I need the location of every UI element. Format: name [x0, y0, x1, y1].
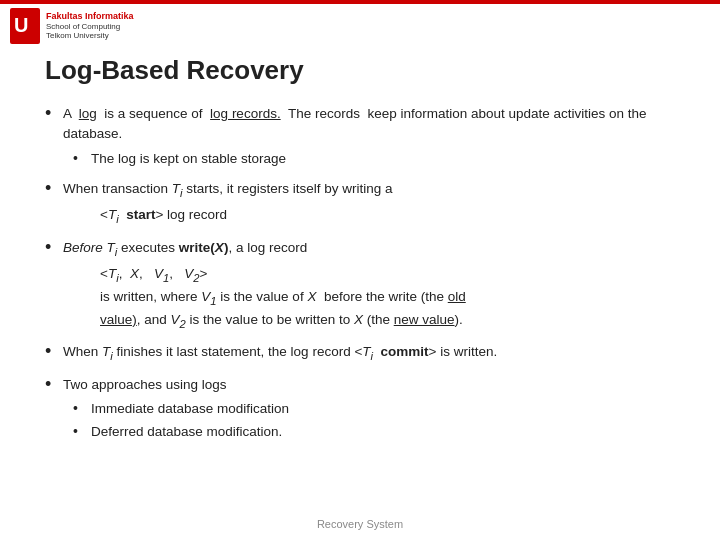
indent-line3: value), and V2 is the value to be writte…: [100, 310, 690, 333]
bullet-sub-dot-5-2: •: [73, 422, 83, 440]
header: U Fakultas Informatika School of Computi…: [10, 8, 134, 44]
logo-telkom: Telkom University: [46, 31, 134, 41]
bullet-main-5: • Two approaches using logs: [45, 375, 690, 395]
bullet-sub-text-1-1: The log is kept on stable storage: [91, 149, 286, 169]
logo-fakultas: Fakultas Informatika: [46, 11, 134, 22]
svg-text:U: U: [14, 14, 28, 36]
bullet-sub-dot-1-1: •: [73, 149, 83, 167]
logo-text: Fakultas Informatika School of Computing…: [46, 11, 134, 41]
bullet-main-1: • A log is a sequence of log records. Th…: [45, 104, 690, 145]
indent-line1: <Ti, X, V1, V2>: [100, 264, 690, 287]
logo-icon: U: [10, 8, 40, 44]
footer-text: Recovery System: [0, 518, 720, 530]
bullet-text-1: A log is a sequence of log records. The …: [63, 104, 690, 145]
bullet-section-5: • Two approaches using logs • Immediate …: [45, 375, 690, 443]
main-content: Log-Based Recovery • A log is a sequence…: [45, 55, 690, 510]
red-bar: [0, 0, 720, 4]
bullet-text-4: When Ti finishes it last statement, the …: [63, 342, 497, 365]
bullet-main-4: • When Ti finishes it last statement, th…: [45, 342, 690, 365]
bullet-section-1: • A log is a sequence of log records. Th…: [45, 104, 690, 169]
page-title: Log-Based Recovery: [45, 55, 690, 86]
bullet-sub-5-1: • Immediate database modification: [73, 399, 690, 419]
bullet-sub-text-5-1: Immediate database modification: [91, 399, 289, 419]
indent-block-3: <Ti, X, V1, V2> is written, where V1 is …: [100, 264, 690, 332]
bullet-dot-5: •: [45, 375, 55, 395]
bullet-sub-1-1: • The log is kept on stable storage: [73, 149, 690, 169]
indent-line2: is written, where V1 is the value of X b…: [100, 287, 690, 310]
bullet-main-3: • Before Ti executes write(X), a log rec…: [45, 238, 690, 261]
bullet-text-5: Two approaches using logs: [63, 375, 227, 395]
bullet-sub-5-2: • Deferred database modification.: [73, 422, 690, 442]
bullet-main-2: • When transaction Ti starts, it registe…: [45, 179, 690, 202]
bullet-dot-2: •: [45, 179, 55, 199]
bullet-sub-text-5-2: Deferred database modification.: [91, 422, 282, 442]
bullet-section-3: • Before Ti executes write(X), a log rec…: [45, 238, 690, 332]
bullet-text-2: When transaction Ti starts, it registers…: [63, 179, 393, 202]
bullet-sub-dot-5-1: •: [73, 399, 83, 417]
bullet-dot-4: •: [45, 342, 55, 362]
bullet-dot-3: •: [45, 238, 55, 258]
bullet-section-2: • When transaction Ti starts, it registe…: [45, 179, 690, 228]
logo-school: School of Computing: [46, 22, 134, 32]
bullet-section-4: • When Ti finishes it last statement, th…: [45, 342, 690, 365]
bullet-text-3: Before Ti executes write(X), a log recor…: [63, 238, 307, 261]
indent-block-2: <Ti start> log record: [100, 205, 690, 228]
bullet-dot-1: •: [45, 104, 55, 124]
